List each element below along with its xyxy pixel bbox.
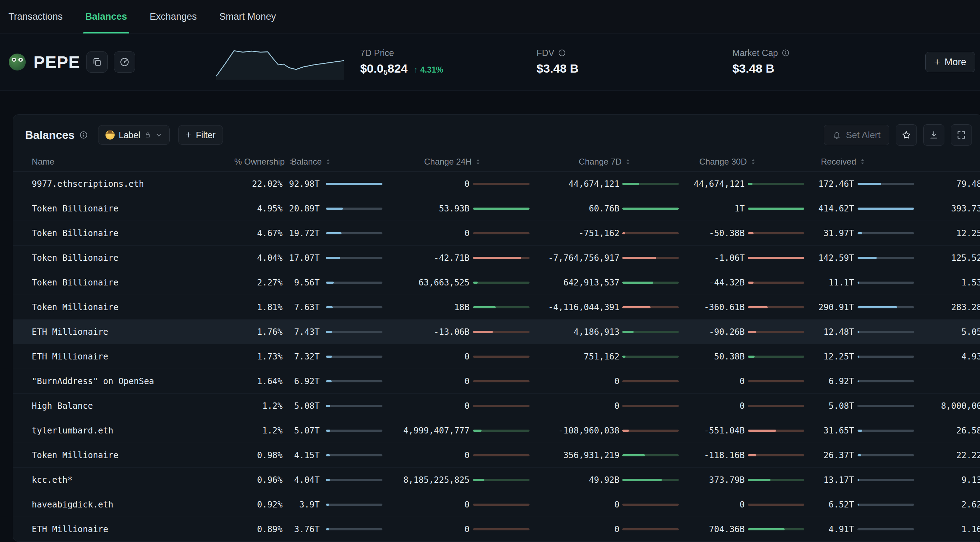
nav-tab-balances[interactable]: Balances (83, 0, 129, 33)
cell-change-24h: 0 (388, 179, 469, 189)
table-row[interactable]: "BurnAddress" on OpenSea1.64%6.92T0006.9… (13, 369, 980, 394)
stat-fdv: FDV$3.48 B (536, 48, 732, 75)
star-icon (901, 130, 911, 140)
nav-tab-smart-money[interactable]: Smart Money (217, 0, 278, 33)
change-7d-bar-track (622, 282, 679, 284)
change-30d-bar-fill (748, 356, 754, 358)
table-row[interactable]: ETH Millionaire1.76%7.43T-13.06B4,186,91… (13, 320, 980, 344)
table-row[interactable]: Token Millionaire1.81%7.63T18B-4,116,044… (13, 295, 980, 320)
cell-change-7d: 4,186,913 (533, 327, 619, 337)
cell-balance-value: 92.98T (289, 179, 320, 189)
add-filter-button[interactable]: + Filter (178, 125, 223, 145)
change-24h-bar (469, 479, 533, 481)
change-30d-bar-fill (748, 183, 752, 185)
balance-bar-track (326, 232, 382, 235)
received-bar-fill (858, 454, 861, 456)
cell-name: 9977.ethscriptions.eth (13, 179, 211, 189)
column-header-received[interactable]: Received (808, 157, 854, 167)
nav-tab-exchanges[interactable]: Exchanges (148, 0, 199, 33)
set-alert-button[interactable]: Set Alert (824, 125, 889, 145)
cell-change-7d-value: 49.92B (589, 475, 619, 485)
table-row[interactable]: 9977.ethscriptions.eth22.02%92.98T044,67… (13, 172, 980, 196)
table-row[interactable]: ETH Millionaire1.73%7.32T0751,16250.38B1… (13, 344, 980, 369)
cell-received-value: 6.52T (829, 500, 854, 510)
more-button[interactable]: + More (925, 52, 975, 72)
cell-change-7d-value: 751,162 (584, 352, 619, 361)
change-7d-bar (619, 528, 681, 530)
cell-change-30d-value: 50.38B (714, 352, 745, 361)
received-bar-fill (858, 504, 859, 506)
cell-sent: 2.62 (918, 500, 980, 510)
balance-bar-fill (326, 208, 343, 210)
cell-change-30d: -90.26B (681, 327, 745, 337)
cell-change-24h-value: 0 (465, 376, 469, 386)
favorite-button[interactable] (896, 124, 917, 146)
table-row[interactable]: High Balance1.2%5.08T0005.08T8,000,00 (13, 394, 980, 418)
table-row[interactable]: Token Millionaire0.98%4.15T0356,931,219-… (13, 443, 980, 468)
cell-balance: 19.72T (283, 228, 320, 238)
table-row[interactable]: haveabigdick.eth0.92%3.9T0006.52T2.62 (13, 492, 980, 517)
change-30d-bar-track (748, 454, 804, 456)
table-row[interactable]: Token Billionaire4.95%20.89T53.93B60.76B… (13, 196, 980, 221)
table-row[interactable]: Token Billionaire2.27%9.56T63,663,525642… (13, 270, 980, 295)
cell-sent-value: 393.73 (951, 204, 980, 214)
received-bar (854, 405, 918, 407)
cell-change-7d-value: 0 (614, 525, 619, 534)
balance-bar (320, 208, 388, 210)
copy-icon (92, 57, 102, 67)
cell-sent-value: 5.05 (961, 327, 980, 337)
profiler-button[interactable] (114, 51, 135, 73)
cell-received: 4.91T (808, 525, 854, 534)
download-button[interactable] (923, 124, 944, 146)
cell-ownership-value: 22.02% (252, 179, 283, 189)
table-row[interactable]: kcc.eth*0.96%4.04T8,185,225,82549.92B373… (13, 468, 980, 492)
change-7d-bar (619, 282, 681, 284)
change-7d-bar (619, 183, 681, 185)
column-header-change-24h[interactable]: Change 24H (388, 157, 469, 167)
cell-ownership: 0.92% (211, 500, 283, 510)
cell-change-30d: 373.79B (681, 475, 745, 485)
change-30d-bar-track (748, 232, 804, 235)
cell-change-7d: -7,764,756,917 (533, 253, 619, 263)
cell-change-24h-value: 63,663,525 (419, 278, 470, 288)
stat-label-text: 7D Price (360, 48, 394, 58)
change-7d-bar-track (622, 257, 679, 259)
cell-change-7d-value: -108,960,038 (558, 426, 619, 436)
balance-bar (320, 479, 388, 481)
cell-change-24h: 0 (388, 228, 469, 238)
cell-balance-value: 5.07T (294, 426, 320, 436)
change-24h-bar (469, 405, 533, 407)
column-header-name: Name (13, 157, 211, 167)
change-24h-bar-fill (473, 331, 493, 333)
change-24h-bar-track (473, 331, 530, 333)
nav-tab-transactions[interactable]: Transactions (6, 0, 65, 33)
received-bar-track (858, 306, 914, 308)
cell-name: Token Billionaire (13, 228, 211, 238)
scan-icon (119, 57, 130, 67)
fullscreen-button[interactable] (951, 124, 972, 146)
nav-tabs: TransactionsBalancesExchangesSmart Money (6, 0, 278, 33)
column-header-change-7d[interactable]: Change 7D (533, 157, 619, 167)
copy-address-button[interactable] (86, 51, 108, 73)
change-30d-bar-fill (748, 331, 756, 333)
cell-name: Token Billionaire (13, 253, 211, 263)
cell-received-value: 13.17T (823, 475, 854, 485)
pepe-logo-eye (12, 58, 16, 62)
cell-change-7d: -4,116,044,391 (533, 303, 619, 312)
received-bar-track (858, 356, 914, 358)
table-row[interactable]: ETH Millionaire0.89%3.76T00704.36B4.91T1… (13, 517, 980, 542)
column-header-change-30d[interactable]: Change 30D (681, 157, 745, 167)
change-24h-bar (469, 183, 533, 185)
column-header--ownership[interactable]: % Ownership (211, 157, 283, 167)
cell-ownership-value: 0.89% (257, 525, 283, 534)
table-row[interactable]: Token Billionaire4.04%17.07T-42.71B-7,76… (13, 246, 980, 270)
wallet-name: Token Millionaire (32, 303, 119, 312)
table-row[interactable]: Token Billionaire4.67%19.72T0-751,162-50… (13, 221, 980, 246)
change-7d-bar-track (622, 429, 679, 432)
label-filter-dropdown[interactable]: Label (98, 125, 170, 145)
change-30d-bar-track (748, 183, 804, 185)
column-header-balance[interactable]: Balance (283, 157, 320, 167)
change-7d-bar-track (622, 232, 679, 235)
cell-name: Token Billionaire (13, 204, 211, 214)
table-row[interactable]: tylerlumbard.eth1.2%5.07T4,999,407,777-1… (13, 418, 980, 443)
